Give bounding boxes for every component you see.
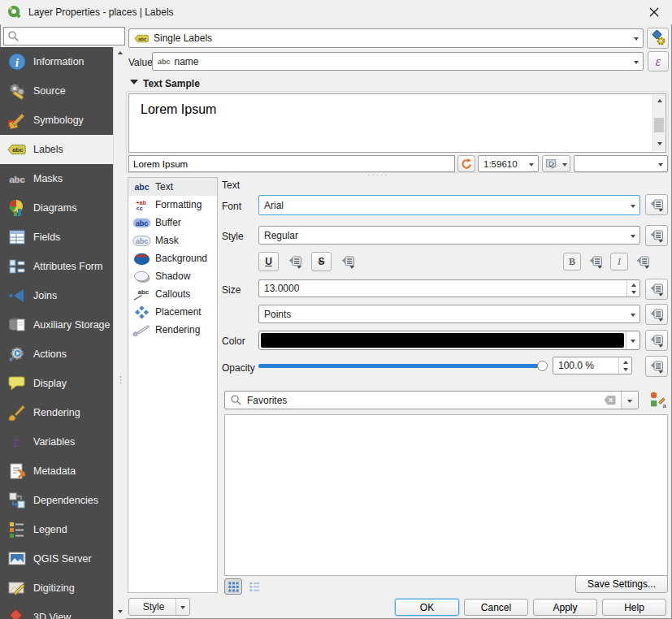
- clear-icon[interactable]: [603, 394, 617, 406]
- override-underline-button[interactable]: [284, 252, 306, 271]
- value-field-selector[interactable]: abc name: [152, 52, 644, 71]
- spinner-arrows-icon[interactable]: [626, 280, 639, 297]
- sidebar-item-fields[interactable]: Fields: [0, 223, 113, 252]
- sample-scale-selector[interactable]: 1:59610: [478, 155, 539, 172]
- tab-buffer[interactable]: abc Buffer: [128, 214, 217, 232]
- underline-button[interactable]: U: [258, 252, 279, 271]
- style-manager-button[interactable]: a: [646, 388, 669, 411]
- sample-scale-value: 1:59610: [483, 159, 518, 169]
- favorites-filter[interactable]: Favorites: [224, 391, 639, 409]
- sidebar-scrollbar[interactable]: ⋮: [113, 47, 126, 619]
- text-color-button[interactable]: [258, 331, 640, 350]
- labels-icon: abc: [7, 139, 28, 160]
- cancel-button[interactable]: Cancel: [464, 599, 528, 616]
- override-italic-button[interactable]: [631, 252, 654, 271]
- size-spinbox[interactable]: 13.0000: [258, 279, 640, 297]
- properties-search-input[interactable]: [23, 30, 121, 43]
- opacity-spinbox[interactable]: 100.0 %: [553, 357, 632, 374]
- help-button[interactable]: Help: [602, 599, 666, 616]
- expression-builder-button[interactable]: ε: [648, 51, 669, 71]
- list-view-button[interactable]: [245, 578, 263, 595]
- tab-rendering[interactable]: Rendering: [128, 321, 217, 339]
- tab-placement[interactable]: Placement: [128, 303, 217, 321]
- data-defined-override-icon: [648, 227, 665, 245]
- override-size-button[interactable]: [645, 279, 668, 300]
- preview-scrollbar[interactable]: [652, 95, 665, 151]
- spinner-arrows-icon[interactable]: [618, 357, 631, 374]
- tab-formatting[interactable]: +ab<c Formatting: [128, 196, 217, 214]
- sidebar-item-metadata[interactable]: Metadata: [0, 457, 113, 486]
- mask-tab-icon: abc: [131, 234, 152, 248]
- buffer-tab-icon: abc: [131, 216, 152, 230]
- sidebar-item-labels[interactable]: abc Labels: [0, 135, 113, 164]
- apply-button[interactable]: Apply: [533, 599, 597, 616]
- tab-mask[interactable]: abc Mask: [128, 232, 217, 249]
- label-mode-selector[interactable]: abc Single Labels: [128, 28, 644, 48]
- preview-scroll-up-icon[interactable]: [654, 95, 665, 107]
- style-menu-button[interactable]: Style: [128, 598, 190, 616]
- svg-text:a: a: [663, 402, 666, 409]
- override-opacity-button[interactable]: [645, 356, 668, 377]
- chevron-down-icon: [626, 331, 639, 349]
- sidebar-item-diagrams[interactable]: Diagrams: [0, 193, 113, 223]
- override-bold-button[interactable]: [584, 252, 607, 271]
- sidebar-item-auxiliary-storage[interactable]: Auxiliary Storage: [0, 310, 113, 340]
- tab-text[interactable]: abc Text: [128, 178, 217, 196]
- size-units-selector[interactable]: Points: [258, 305, 640, 323]
- opacity-slider[interactable]: [258, 364, 544, 368]
- icon-view-button[interactable]: [224, 578, 242, 595]
- sidebar-item-masks[interactable]: abc Masks: [0, 164, 113, 193]
- sidebar-scroll-down-icon[interactable]: [115, 607, 126, 619]
- bold-button[interactable]: B: [563, 253, 581, 271]
- sample-text-input[interactable]: [128, 155, 455, 172]
- override-strikeout-button[interactable]: [336, 252, 359, 271]
- opacity-slider-handle[interactable]: [537, 361, 548, 371]
- sidebar-item-actions[interactable]: Actions: [0, 340, 113, 369]
- italic-button[interactable]: I: [610, 253, 628, 271]
- preview-scroll-thumb[interactable]: [654, 118, 664, 132]
- sidebar-item-digitizing[interactable]: Digitizing: [0, 574, 113, 603]
- properties-search-box: [3, 27, 125, 45]
- abc-field-icon: abc: [158, 58, 171, 66]
- chevron-down-icon[interactable]: [621, 392, 638, 409]
- sidebar-item-source[interactable]: Source: [0, 76, 113, 106]
- tab-background[interactable]: Background: [128, 249, 217, 267]
- tab-shadow[interactable]: Shadow: [128, 267, 217, 285]
- sidebar-item-variables[interactable]: ε Variables: [0, 427, 113, 457]
- override-font-button[interactable]: [645, 194, 668, 215]
- sidebar-item-display[interactable]: Display: [0, 369, 113, 398]
- single-labels-icon: abc: [134, 33, 150, 44]
- sidebar-scroll-up-icon[interactable]: [115, 47, 126, 59]
- collapse-triangle-icon[interactable]: [130, 80, 138, 89]
- sidebar-scroll-grip[interactable]: ⋮: [116, 375, 125, 383]
- override-style-button[interactable]: [645, 225, 668, 246]
- map-settings-dropdown[interactable]: [559, 155, 570, 172]
- reset-sample-button[interactable]: [457, 155, 475, 172]
- close-icon: [648, 6, 660, 18]
- sidebar-item-symbology[interactable]: Symbology: [0, 106, 113, 135]
- sidebar-item-legend[interactable]: Legend: [0, 515, 113, 544]
- strikeout-button[interactable]: S: [311, 252, 332, 271]
- tab-callouts[interactable]: abc Callouts: [128, 285, 217, 303]
- sample-background-selector[interactable]: [574, 155, 668, 172]
- override-color-button[interactable]: [645, 330, 668, 351]
- font-selector[interactable]: Arial: [258, 195, 640, 215]
- sidebar-item-rendering[interactable]: Rendering: [0, 398, 113, 427]
- sidebar-item-information[interactable]: i Information: [0, 47, 113, 76]
- override-units-button[interactable]: [645, 304, 668, 325]
- close-button[interactable]: [636, 0, 672, 24]
- sidebar-item-3d-view[interactable]: 3D View: [0, 603, 113, 619]
- sidebar-item-attributes-form[interactable]: Attributes Form: [0, 252, 113, 281]
- sidebar-item-qgis-server[interactable]: QGIS Server: [0, 544, 113, 574]
- font-style-selector[interactable]: Regular: [258, 226, 640, 245]
- sidebar-item-dependencies[interactable]: Dependencies: [0, 486, 113, 515]
- information-icon: i: [7, 51, 28, 72]
- splitter-handle[interactable]: ·····: [367, 171, 389, 180]
- ok-button[interactable]: OK: [395, 599, 459, 616]
- preview-scroll-down-icon[interactable]: [654, 139, 665, 151]
- map-settings-button[interactable]: [542, 155, 560, 172]
- save-settings-button[interactable]: Save Settings...: [575, 575, 668, 593]
- masks-icon: abc: [7, 168, 28, 189]
- sidebar-item-joins[interactable]: Joins: [0, 281, 113, 310]
- automated-placement-settings-button[interactable]: [647, 28, 669, 49]
